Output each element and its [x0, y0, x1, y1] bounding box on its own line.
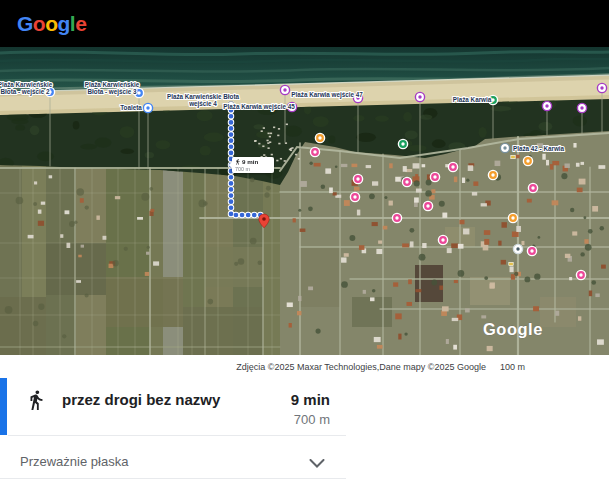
- map-marker-poi-purple[interactable]: [280, 85, 289, 94]
- google-watermark: Google: [483, 320, 543, 338]
- map-marker-lodging-pink[interactable]: [392, 213, 401, 222]
- map-marker-lodging-pink[interactable]: [438, 235, 447, 244]
- map-marker-stop-yellow[interactable]: [511, 155, 515, 158]
- logo-letter: G: [17, 12, 33, 35]
- directions-screen: Google: [0, 0, 609, 480]
- map-marker-lodging-pink[interactable]: [448, 162, 457, 171]
- map-label: Toaleta: [120, 104, 142, 111]
- logo-letter: o: [33, 12, 45, 35]
- map-marker-lodging-pink[interactable]: [527, 246, 536, 255]
- map-marker-info-gray[interactable]: [500, 143, 509, 152]
- route-accent-bar: [0, 378, 7, 435]
- map-marker-poi-purple[interactable]: [597, 83, 606, 92]
- map-marker-lodging-pink[interactable]: [402, 177, 411, 186]
- map-label: Plaża Karwia wejście 47: [291, 91, 363, 99]
- route-via-label[interactable]: przez drogi bez nazwy: [62, 391, 220, 408]
- map-label: Plaża Karwia wejście 45: [223, 103, 295, 111]
- map-marker-lodging-pink[interactable]: [576, 270, 585, 279]
- map-marker-lodging-orange[interactable]: [508, 213, 517, 222]
- map-marker-lodging-pink[interactable]: [430, 172, 439, 181]
- directions-panel: przez drogi bez nazwy 9 min 700 m Przewa…: [0, 378, 609, 480]
- map-marker-lodging-orange[interactable]: [488, 170, 497, 179]
- map-marker-lodging-pink[interactable]: [350, 192, 359, 201]
- map-marker-lodging-pink[interactable]: [423, 201, 432, 210]
- satellite-map[interactable]: Plaża KarwieńskieBłota - wejście 2Plaża …: [0, 47, 609, 355]
- map-marker-lodging-orange[interactable]: [315, 133, 324, 142]
- svg-text:700 m: 700 m: [235, 166, 250, 172]
- logo-letter: e: [75, 12, 86, 35]
- logo-letter: g: [58, 12, 70, 35]
- route-distance: 700 m: [240, 412, 330, 427]
- map-container[interactable]: Plaża KarwieńskieBłota - wejście 2Plaża …: [0, 47, 609, 355]
- chevron-down-icon[interactable]: [309, 459, 325, 468]
- google-logo[interactable]: Google: [17, 13, 86, 34]
- map-marker-lodging-orange[interactable]: [523, 156, 532, 165]
- map-label: Plaża KarwieńskieBłota - wejście 2: [0, 81, 53, 96]
- map-marker-poi-purple[interactable]: [542, 101, 551, 110]
- divider: [8, 435, 346, 436]
- divider: [0, 478, 346, 479]
- logo-letter: o: [45, 12, 57, 35]
- attribution-text: Zdjęcia ©2025 Maxar Technologies,Dane ma…: [236, 362, 486, 372]
- route-duration[interactable]: 9 min: [240, 391, 330, 408]
- map-marker-beach-green[interactable]: [398, 139, 407, 148]
- map-marker-parking-white[interactable]: [513, 244, 522, 253]
- walking-icon: [25, 389, 47, 411]
- map-label: Plaża KarwieńskieBłota - wejście 3: [85, 81, 140, 96]
- map-attribution-strip: Zdjęcia ©2025 Maxar Technologies,Dane ma…: [0, 355, 609, 378]
- map-marker-lodging-pink[interactable]: [528, 183, 537, 192]
- route-time-tooltip[interactable]: 9 min700 m: [229, 157, 275, 173]
- map-marker-lodging-pink[interactable]: [353, 174, 362, 183]
- map-label: Plaża Karwia: [453, 96, 492, 103]
- map-marker-stop-yellow[interactable]: [509, 262, 513, 265]
- map-scale-label: 100 m: [500, 362, 525, 372]
- map-marker-lodging-pink[interactable]: [310, 147, 319, 156]
- elevation-label[interactable]: Przeważnie płaska: [20, 454, 128, 469]
- map-marker-poi-purple[interactable]: [415, 92, 424, 101]
- svg-text:9 min: 9 min: [242, 158, 258, 165]
- app-header: Google: [0, 0, 609, 47]
- map-label: Plaża 42 - Karwia: [513, 145, 565, 152]
- map-marker-poi-purple[interactable]: [577, 103, 586, 112]
- map-marker-toilet-blue[interactable]: [143, 103, 152, 112]
